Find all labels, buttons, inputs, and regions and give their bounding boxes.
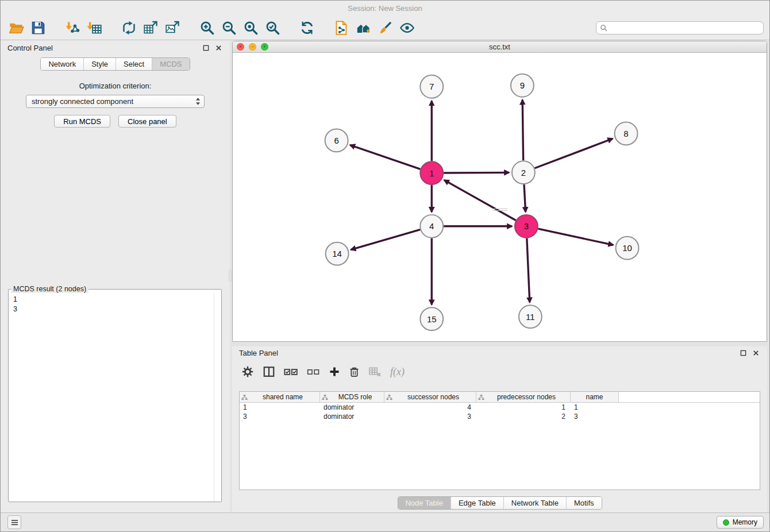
settings-icon[interactable] bbox=[241, 364, 254, 380]
tab-node-table[interactable]: Node Table bbox=[398, 497, 451, 509]
table-panel-title: Table Panel bbox=[239, 349, 735, 357]
graph-node-3[interactable]: 3 bbox=[515, 215, 538, 238]
delete-table-icon[interactable] bbox=[368, 364, 382, 380]
cell-mcds-role[interactable]: dominator bbox=[320, 403, 384, 412]
column-header-mcds-role[interactable]: MCDS role bbox=[320, 392, 384, 402]
memory-label: Memory bbox=[733, 518, 757, 526]
criterion-select[interactable]: strongly connected component bbox=[26, 95, 205, 108]
mcds-result-item[interactable]: 3 bbox=[13, 304, 217, 314]
table-body: 1 dominator 4 1 1 3 dominator 3 2 bbox=[240, 403, 760, 421]
tab-network-table[interactable]: Network Table bbox=[503, 497, 566, 509]
graph-node-10[interactable]: 10 bbox=[616, 237, 639, 260]
graph-node-11[interactable]: 11 bbox=[519, 305, 542, 328]
import-network-icon[interactable] bbox=[61, 17, 83, 38]
graph-node-1[interactable]: 1 bbox=[420, 161, 443, 184]
graph-edge-3-10[interactable] bbox=[538, 229, 613, 245]
tab-motifs[interactable]: Motifs bbox=[566, 497, 602, 509]
eye-icon[interactable] bbox=[396, 17, 418, 38]
graph-node-2[interactable]: 2 bbox=[512, 161, 535, 184]
cell-name[interactable]: 3 bbox=[571, 412, 619, 421]
save-session-icon[interactable] bbox=[27, 17, 49, 38]
graph-edge-1-2[interactable] bbox=[444, 172, 509, 173]
delete-column-icon[interactable] bbox=[349, 364, 360, 380]
network-window-titlebar[interactable]: scc.txt × − + bbox=[233, 41, 767, 53]
close-panel-button[interactable]: Close panel bbox=[118, 115, 176, 128]
export-table-icon[interactable] bbox=[140, 17, 161, 38]
cell-predecessor-nodes[interactable]: 1 bbox=[476, 403, 571, 412]
brush-icon[interactable] bbox=[374, 17, 396, 38]
memory-button[interactable]: Memory bbox=[717, 516, 764, 529]
horizontal-splitter[interactable] bbox=[492, 209, 507, 211]
result-scrollbar[interactable] bbox=[214, 293, 214, 502]
graph-node-9[interactable]: 9 bbox=[511, 74, 534, 97]
graph-node-14[interactable]: 14 bbox=[326, 242, 349, 265]
tab-select[interactable]: Select bbox=[116, 58, 152, 70]
function-builder-icon[interactable]: f(x) bbox=[390, 366, 405, 378]
network-canvas[interactable]: 7968124314101511 bbox=[233, 53, 767, 341]
column-visibility-icon[interactable] bbox=[263, 364, 275, 380]
tab-edge-table[interactable]: Edge Table bbox=[451, 497, 503, 509]
network-overview-icon[interactable] bbox=[352, 17, 374, 38]
table-row[interactable]: 1 dominator 4 1 1 bbox=[240, 403, 760, 412]
cell-mcds-role[interactable]: dominator bbox=[320, 412, 384, 421]
network-window: scc.txt × − + 7968124314101511 bbox=[232, 41, 767, 342]
minimize-window-icon[interactable]: − bbox=[249, 43, 256, 51]
export-image-icon[interactable] bbox=[161, 17, 183, 38]
mcds-result-list[interactable]: 1 3 bbox=[9, 293, 221, 316]
import-table-icon[interactable] bbox=[83, 17, 105, 38]
column-header-shared-name[interactable]: shared name bbox=[240, 392, 320, 402]
graph-edge-2-3[interactable] bbox=[524, 184, 526, 212]
clone-network-icon[interactable] bbox=[118, 17, 140, 38]
column-header-successor-nodes[interactable]: successor nodes bbox=[384, 392, 476, 402]
run-mcds-button[interactable]: Run MCDS bbox=[54, 115, 110, 128]
mcds-result-item[interactable]: 1 bbox=[13, 295, 217, 304]
float-table-panel-icon[interactable] bbox=[738, 349, 748, 357]
column-header-predecessor-nodes[interactable]: predecessor nodes bbox=[476, 392, 571, 402]
float-window-icon[interactable] bbox=[201, 44, 210, 52]
zoom-selected-icon[interactable] bbox=[261, 17, 283, 38]
graph-edge-3-1[interactable] bbox=[444, 180, 516, 220]
cell-predecessor-nodes[interactable]: 2 bbox=[476, 412, 571, 421]
select-all-icon[interactable] bbox=[284, 364, 298, 380]
graph-edge-1-6[interactable] bbox=[350, 145, 420, 169]
window-titlebar[interactable]: Session: New Session bbox=[1, 1, 769, 16]
cell-successor-nodes[interactable]: 4 bbox=[384, 403, 476, 412]
search-box[interactable] bbox=[596, 21, 764, 34]
cell-shared-name[interactable]: 1 bbox=[240, 403, 320, 412]
column-type-icon bbox=[241, 394, 248, 400]
tab-network[interactable]: Network bbox=[41, 58, 83, 70]
svg-text:8: 8 bbox=[623, 129, 628, 138]
cell-successor-nodes[interactable]: 3 bbox=[384, 412, 476, 421]
cell-shared-name[interactable]: 3 bbox=[240, 412, 320, 421]
graph-node-4[interactable]: 4 bbox=[420, 215, 443, 238]
column-header-name[interactable]: name bbox=[571, 392, 619, 402]
add-column-icon[interactable] bbox=[329, 364, 340, 380]
graph-edge-2-8[interactable] bbox=[534, 138, 613, 168]
menu-list-icon[interactable] bbox=[7, 515, 21, 529]
graph-edge-3-11[interactable] bbox=[527, 238, 530, 303]
graph-node-7[interactable]: 7 bbox=[420, 75, 443, 98]
graph-node-8[interactable]: 8 bbox=[615, 122, 638, 145]
open-session-icon[interactable] bbox=[5, 17, 27, 38]
zoom-out-icon[interactable] bbox=[218, 17, 240, 38]
tab-style[interactable]: Style bbox=[83, 58, 116, 70]
column-type-icon bbox=[322, 394, 328, 400]
zoom-window-icon[interactable]: + bbox=[261, 43, 268, 51]
network-from-clipboard-icon[interactable] bbox=[330, 17, 352, 38]
refresh-icon[interactable] bbox=[296, 17, 318, 38]
graph-edge-4-14[interactable] bbox=[351, 230, 421, 250]
close-table-panel-icon[interactable] bbox=[751, 349, 760, 357]
zoom-fit-icon[interactable] bbox=[240, 17, 261, 38]
close-window-icon[interactable]: × bbox=[237, 43, 244, 51]
graph-node-15[interactable]: 15 bbox=[420, 307, 443, 330]
search-input[interactable] bbox=[610, 23, 760, 33]
zoom-in-icon[interactable] bbox=[196, 17, 218, 38]
deselect-all-icon[interactable] bbox=[307, 364, 320, 380]
tab-mcds[interactable]: MCDS bbox=[152, 58, 189, 70]
svg-text:14: 14 bbox=[332, 249, 342, 259]
graph-edge-2-9[interactable] bbox=[522, 100, 523, 161]
graph-node-6[interactable]: 6 bbox=[325, 129, 348, 152]
table-row[interactable]: 3 dominator 3 2 3 bbox=[240, 412, 760, 421]
cell-name[interactable]: 1 bbox=[571, 403, 619, 412]
close-panel-icon[interactable] bbox=[214, 44, 223, 52]
